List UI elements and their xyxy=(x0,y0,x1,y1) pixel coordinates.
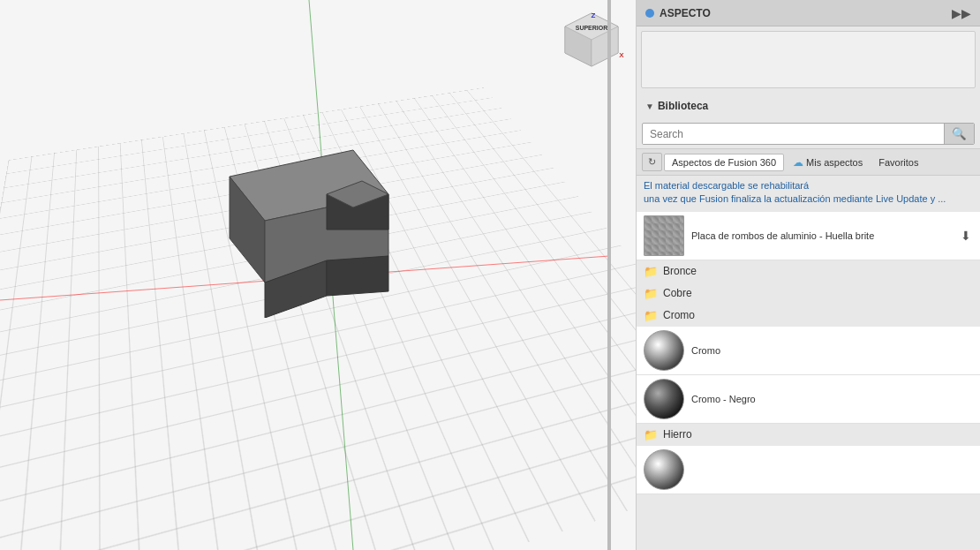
viewport[interactable]: SUPERIOR Z X xyxy=(0,0,636,550)
library-section: ▼ Biblioteca xyxy=(637,93,980,119)
3d-object xyxy=(177,124,424,318)
my-tab-label: Mis aspectos xyxy=(806,157,863,168)
view-cube[interactable]: SUPERIOR Z X xyxy=(556,9,627,79)
folder-icon: 📁 xyxy=(644,287,658,300)
favorites-tab[interactable]: Favoritos xyxy=(871,154,925,170)
material-name: Cromo - Negro xyxy=(691,394,973,404)
library-header[interactable]: ▼ Biblioteca xyxy=(642,96,975,116)
refresh-button[interactable]: ↻ xyxy=(642,153,662,171)
panel-header-left: ASPECTO xyxy=(645,7,711,19)
folder-name: Cromo xyxy=(663,309,695,321)
favorites-tab-label: Favoritos xyxy=(878,157,918,168)
fusion-tab-label: Aspectos de Fusion 360 xyxy=(672,157,776,168)
library-arrow-icon: ▼ xyxy=(645,102,654,111)
cloud-icon: ☁ xyxy=(793,156,803,169)
search-button[interactable]: 🔍 xyxy=(944,124,974,144)
material-name: Placa de rombos de aluminio - Huella bri… xyxy=(691,230,952,241)
info-line2: una vez que Fusion finaliza la actualiza… xyxy=(644,192,973,206)
list-item[interactable]: Placa de rombos de aluminio - Huella bri… xyxy=(637,212,980,260)
list-item[interactable]: 📁 Hierro xyxy=(637,424,980,446)
fusion-aspects-tab[interactable]: Aspectos de Fusion 360 xyxy=(664,154,784,171)
my-aspects-tab[interactable]: ☁ Mis aspectos xyxy=(786,154,870,171)
search-bar: 🔍 xyxy=(642,123,975,145)
material-thumbnail xyxy=(644,330,684,371)
folder-name: Bronce xyxy=(663,265,697,277)
material-name: Cromo xyxy=(691,345,973,356)
list-item[interactable] xyxy=(637,446,980,494)
list-item[interactable]: 📁 Cromo xyxy=(637,305,980,327)
panel-dot xyxy=(645,9,654,18)
app-container: SUPERIOR Z X ASPECTO ▶▶ ▼ Bibliotec xyxy=(0,0,980,550)
folder-name: Hierro xyxy=(663,428,692,441)
material-preview xyxy=(641,31,976,88)
material-thumbnail xyxy=(644,449,684,490)
download-button[interactable]: ⬇ xyxy=(959,227,973,245)
viewcube-label: SUPERIOR xyxy=(576,25,608,31)
list-item[interactable]: Cromo xyxy=(637,327,980,375)
panel-expand-arrows[interactable]: ▶▶ xyxy=(952,6,971,20)
z-axis-label: Z xyxy=(592,11,596,19)
material-thumbnail xyxy=(644,379,684,419)
panel-header: ASPECTO ▶▶ xyxy=(637,0,980,26)
folder-icon: 📁 xyxy=(644,265,658,278)
right-panel: ASPECTO ▶▶ ▼ Biblioteca 🔍 ↻ Aspectos de … xyxy=(636,0,980,550)
panel-divider[interactable] xyxy=(607,0,611,550)
folder-icon: 📁 xyxy=(644,428,658,441)
list-item[interactable]: Cromo - Negro xyxy=(637,375,980,424)
search-input[interactable] xyxy=(643,124,944,144)
material-thumbnail xyxy=(644,215,684,256)
panel-title: ASPECTO xyxy=(660,7,711,19)
x-axis-label: X xyxy=(619,51,624,59)
folder-name: Cobre xyxy=(663,287,692,299)
info-line1: El material descargable se rehabilitará xyxy=(644,179,973,192)
list-item[interactable]: 📁 Cobre xyxy=(637,283,980,305)
materials-list[interactable]: Placa de rombos de aluminio - Huella bri… xyxy=(637,210,980,550)
list-item[interactable]: 📁 Bronce xyxy=(637,260,980,283)
folder-icon: 📁 xyxy=(644,309,658,322)
library-title: Biblioteca xyxy=(658,100,708,112)
info-text: El material descargable se rehabilitará … xyxy=(637,176,980,210)
tabs-row: ↻ Aspectos de Fusion 360 ☁ Mis aspectos … xyxy=(637,148,980,176)
svg-marker-8 xyxy=(327,256,388,296)
